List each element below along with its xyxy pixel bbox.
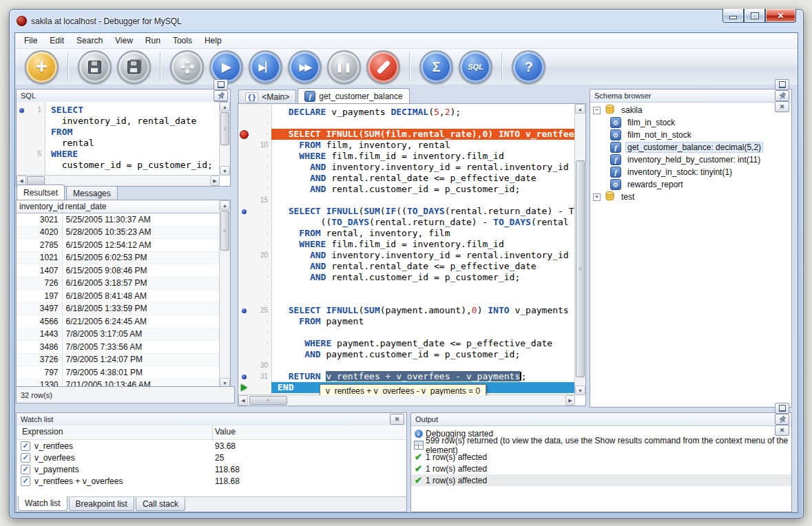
scroll-right-arrow[interactable]: ▶	[565, 395, 575, 406]
grid-vscrollbar[interactable]: ▲ ≡ ▼	[219, 200, 230, 388]
code-line[interactable]: · FROM payment	[238, 316, 575, 327]
watch-checkbox[interactable]: ✓	[21, 465, 30, 474]
code-line[interactable]: · rental	[17, 138, 220, 149]
modules-button[interactable]	[170, 50, 204, 84]
code-line[interactable]: · AND rental.rental_date <= p_effective_…	[238, 261, 575, 272]
code-line[interactable]: · SELECT IFNULL(SUM(film.rental_rate),0)…	[238, 129, 575, 140]
code-line[interactable]: · AND rental.customer_id = p_customer_id…	[238, 272, 575, 283]
code-line[interactable]: · SELECT IFNULL(SUM(IF((TO_DAYS(rental.r…	[238, 206, 575, 217]
minimize-panel-button[interactable]	[775, 79, 789, 90]
save-button[interactable]	[78, 50, 112, 84]
column-header-inventory_id[interactable]: inventory_id	[17, 200, 62, 213]
table-row[interactable]: 14437/8/2005 3:17:05 AM	[17, 328, 220, 341]
table-row[interactable]: 30215/25/2005 11:30:37 AM	[17, 213, 220, 227]
table-row[interactable]: 27856/15/2005 12:54:12 AM	[17, 239, 220, 252]
scroll-up-arrow[interactable]: ▲	[220, 102, 230, 112]
tab-resultset[interactable]: Resultset	[17, 185, 65, 200]
watch-checkbox[interactable]: ✓	[21, 453, 30, 463]
minimize-button[interactable]	[722, 9, 744, 23]
output-row[interactable]: ✔1 row(s) affected	[411, 474, 791, 486]
sql-editor[interactable]: 1SELECT· inventory_id, rental_date·FROM·…	[17, 102, 220, 176]
code-line[interactable]: · AND rental.customer_id = p_customer_id…	[238, 184, 575, 195]
tab-watch-list[interactable]: Watch list	[18, 496, 67, 511]
code-line[interactable]: · AND inventory.inventory_id = rental.in…	[238, 162, 575, 173]
pin-panel-button[interactable]	[775, 90, 789, 101]
close-button[interactable]: ✕	[765, 9, 796, 23]
scroll-down-arrow[interactable]: ▼	[575, 386, 585, 395]
output-row[interactable]: ✔1 row(s) affected	[411, 463, 791, 474]
table-row[interactable]: 37267/9/2005 1:24:07 PM	[17, 353, 220, 366]
code-line[interactable]: ·	[238, 327, 575, 338]
table-row[interactable]: 10216/15/2005 6:02:53 PM	[17, 251, 220, 264]
scroll-thumb[interactable]: ≡	[220, 211, 229, 251]
column-header-rental_date[interactable]: rental_date	[62, 200, 220, 213]
code-line[interactable]: · ((TO_DAYS(rental.return_date) - TO_DAY…	[238, 217, 575, 228]
code-line[interactable]: · customer_id = p_customer_id;	[17, 160, 220, 171]
watch-checkbox[interactable]: ✓	[21, 441, 30, 451]
table-row[interactable]: 7977/9/2005 4:38:01 PM	[17, 366, 220, 379]
tab-get-customer-balance[interactable]: fget_customer_balance	[298, 88, 409, 103]
sql-vscrollbar[interactable]: ▲ ≡ ▼	[219, 102, 230, 176]
column-divider[interactable]	[212, 425, 213, 439]
scroll-thumb[interactable]: ≡	[220, 112, 229, 145]
code-line[interactable]: · AND rental.rental_date <= p_effective_…	[238, 173, 575, 184]
watch-row[interactable]: ✓v_rentfees + v_overfees118.68	[17, 475, 406, 487]
tree-item-inventory-in-stock[interactable]: finventory_in_stock: tinyint(1)	[590, 166, 791, 178]
tab--main-[interactable]: {}<Main>	[238, 90, 296, 103]
code-line[interactable]: 25 SELECT IFNULL(SUM(payment.amount),0) …	[238, 305, 575, 316]
table-row[interactable]: 34867/8/2005 7:33:56 AM	[17, 341, 220, 354]
table-row[interactable]: 34976/18/2005 1:33:59 PM	[17, 302, 220, 315]
table-row[interactable]: 40205/28/2005 10:35:23 AM	[17, 226, 220, 239]
code-line[interactable]: ·	[238, 283, 575, 294]
scroll-up-arrow[interactable]: ▲	[575, 104, 585, 114]
run-to-cursor-button[interactable]: ▶▶	[288, 50, 322, 84]
code-line[interactable]: 20 AND inventory.inventory_id = rental.i…	[238, 250, 575, 261]
watch-checkbox[interactable]: ✓	[21, 476, 30, 486]
code-line[interactable]: · AND payment.customer_id = p_customer_i…	[238, 349, 575, 360]
code-line[interactable]: 30	[238, 360, 575, 371]
code-line[interactable]: 5WHERE	[17, 149, 220, 160]
maximize-button[interactable]	[744, 9, 765, 23]
code-line[interactable]: · inventory_id, rental_date	[17, 116, 220, 127]
scroll-thumb[interactable]: ≡	[249, 396, 287, 405]
menu-file[interactable]: File	[18, 34, 43, 47]
code-line[interactable]: ·	[238, 294, 575, 305]
code-line[interactable]: ·FROM	[17, 127, 220, 138]
stop-button[interactable]	[366, 50, 400, 84]
tree-item-get-customer-balance[interactable]: fget_customer_balance: decimal(5,2)	[590, 141, 791, 154]
tree-item-rewards-report[interactable]: ⚙rewards_report	[590, 178, 791, 191]
expand-icon[interactable]: +	[593, 193, 601, 201]
breakpoint-icon[interactable]	[240, 130, 249, 139]
close-panel-button[interactable]: ✕	[390, 414, 404, 425]
tree-item-film-not-in-stock[interactable]: ⚙film_not_in_stock	[590, 129, 791, 141]
new-button[interactable]: +	[25, 50, 59, 84]
save-all-button[interactable]	[117, 50, 151, 84]
evaluate-button[interactable]: Σ	[419, 50, 453, 84]
tree-item-sakila[interactable]: −sakila	[590, 104, 791, 116]
output-row[interactable]: 599 row(s) returned (to view the data, u…	[411, 439, 791, 451]
pause-button[interactable]: ❚❚	[327, 50, 361, 84]
code-line[interactable]: 15	[238, 195, 575, 206]
menu-edit[interactable]: Edit	[43, 34, 70, 47]
menu-tools[interactable]: Tools	[167, 34, 198, 47]
code-line[interactable]: 31 RETURN v_rentfees + v_overfees - v_pa…	[238, 371, 575, 382]
menu-view[interactable]: View	[109, 34, 139, 47]
editor-hscrollbar[interactable]: ◀ ≡ ▶	[238, 394, 575, 406]
sql-editor-button[interactable]: SQL	[459, 50, 492, 84]
menu-search[interactable]: Search	[70, 34, 109, 47]
scroll-down-arrow[interactable]: ▼	[220, 166, 230, 176]
scroll-up-arrow[interactable]: ▲	[220, 200, 230, 210]
tab-call-stack[interactable]: Call stack	[136, 498, 185, 511]
minimize-panel-button[interactable]	[775, 403, 789, 414]
code-editor[interactable]: · DECLARE v_payments DECIMAL(5,2);·· SEL…	[238, 104, 575, 395]
tab-messages[interactable]: Messages	[66, 186, 118, 200]
editor-vscrollbar[interactable]: ▲ ≡ ▼	[574, 104, 585, 395]
watch-row[interactable]: ✓v_payments118.68	[17, 463, 406, 475]
code-line[interactable]: · DECLARE v_payments DECIMAL(5,2);	[238, 107, 575, 118]
help-button[interactable]: ?	[512, 50, 545, 84]
tree-item-test[interactable]: +test	[590, 191, 791, 203]
table-row[interactable]: 45666/21/2005 6:24:45 AM	[17, 315, 220, 328]
watch-row[interactable]: ✓v_overfees25	[17, 452, 406, 463]
collapse-icon[interactable]: −	[593, 107, 601, 114]
watch-row[interactable]: ✓v_rentfees93.68	[17, 440, 406, 452]
